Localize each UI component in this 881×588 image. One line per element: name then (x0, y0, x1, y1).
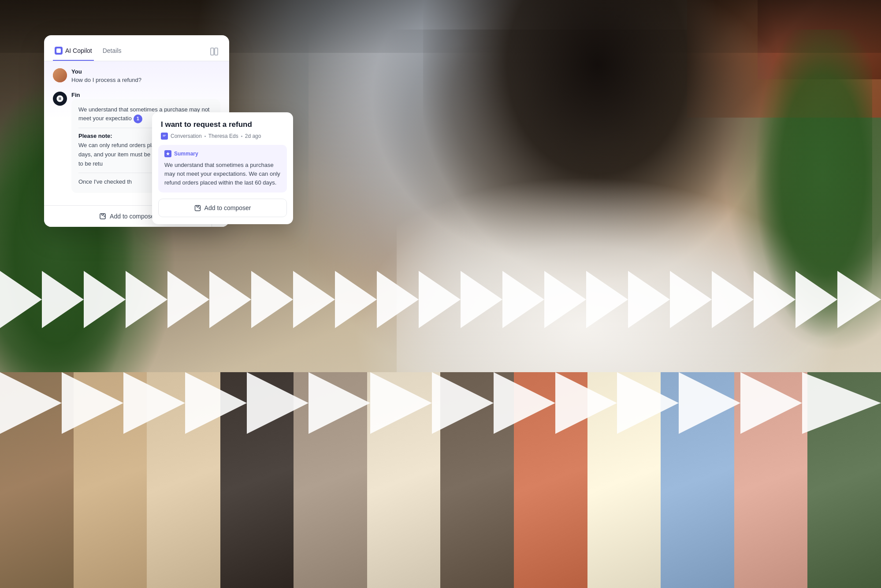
summary-ai-icon (164, 150, 171, 157)
source-add-to-composer-button[interactable]: Add to composer (158, 199, 287, 217)
layout-toggle-button[interactable] (208, 45, 220, 58)
user-message: You How do I process a refund? (53, 68, 220, 85)
source-time: 2d ago (245, 133, 261, 139)
strip-6 (367, 372, 441, 588)
add-to-composer-label: Add to composer (110, 213, 156, 220)
meta-dot-1 (204, 136, 206, 137)
source-add-label: Add to composer (204, 204, 251, 211)
source-card-footer: Add to composer (152, 199, 293, 224)
svg-rect-36 (215, 48, 218, 55)
composer-icon (99, 213, 106, 220)
source-card-meta: Conversation Theresa Eds 2d ago (161, 133, 284, 140)
source-person: Theresa Eds (208, 133, 238, 139)
strip-2 (74, 372, 147, 588)
summary-label-row: Summary (164, 150, 281, 157)
source-summary-box: Summary We understand that sometimes a p… (158, 145, 287, 192)
user-message-text: How do I process a refund? (71, 76, 220, 85)
conversation-icon (161, 133, 168, 140)
ai-icon-svg (166, 152, 170, 156)
tab-details[interactable]: Details (101, 42, 123, 61)
strip-8 (514, 372, 587, 588)
meta-dot-2 (241, 136, 242, 137)
tab-ai-copilot[interactable]: AI Copilot (53, 42, 94, 61)
source-card-title: I want to request a refund (161, 120, 284, 129)
user-avatar-image (53, 68, 67, 82)
fin-avatar (53, 92, 67, 106)
tabs: AI Copilot Details (53, 42, 129, 61)
layout-icon (210, 48, 218, 55)
ai-copilot-tab-label: AI Copilot (65, 47, 92, 54)
source-card-header: I want to request a refund Conversation … (152, 112, 293, 145)
fin-logo-icon (56, 95, 64, 103)
fin-sender: Fin (71, 92, 220, 98)
panel-header: AI Copilot Details (44, 35, 229, 61)
strip-1 (0, 372, 74, 588)
details-tab-label: Details (103, 47, 122, 54)
user-avatar (53, 68, 67, 82)
strip-5 (294, 372, 367, 588)
source-type: Conversation (171, 133, 202, 139)
strip-12 (807, 372, 881, 588)
user-message-content: You How do I process a refund? (71, 68, 220, 85)
strip-10 (661, 372, 734, 588)
plants-right (749, 30, 872, 353)
source-badge: 1 (134, 115, 142, 123)
strip-9 (587, 372, 661, 588)
svg-rect-35 (211, 48, 214, 55)
strip-4 (220, 372, 294, 588)
strip-7 (440, 372, 514, 588)
strip-11 (734, 372, 808, 588)
summary-label-text: Summary (174, 151, 198, 157)
ai-copilot-tab-icon (55, 47, 63, 55)
source-composer-icon (194, 205, 201, 211)
conversation-icon-svg (162, 134, 167, 138)
bottom-photo-strips (0, 372, 881, 588)
strip-3 (147, 372, 220, 588)
summary-text: We understand that sometimes a purchase … (164, 161, 281, 187)
ai-copilot-icon-inner (56, 48, 61, 53)
source-card: I want to request a refund Conversation … (152, 112, 293, 224)
user-message-sender: You (71, 68, 220, 75)
